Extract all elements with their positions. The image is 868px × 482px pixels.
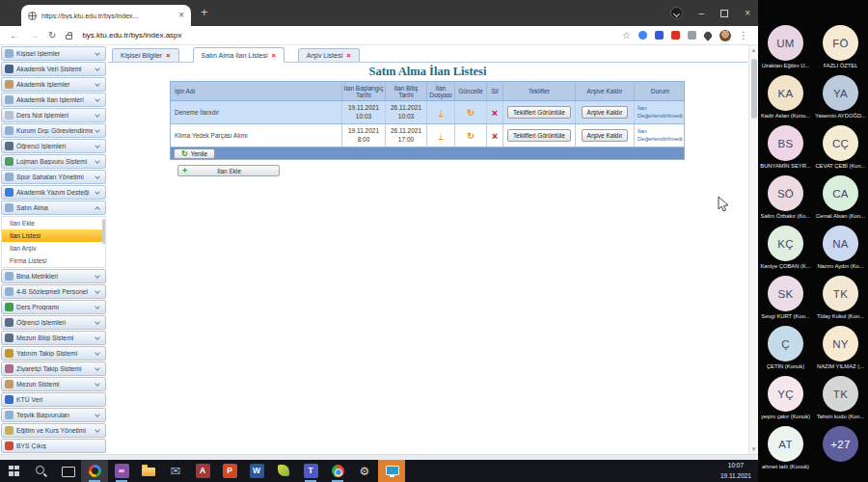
access-app-icon[interactable]: A [189, 460, 216, 482]
visual-studio-icon[interactable]: ∞ [108, 460, 135, 482]
participant-tile[interactable]: KA Kadir Aslan (Konu... [758, 75, 813, 125]
tab-close-icon[interactable]: × [346, 51, 350, 60]
sidebar-submenu-item[interactable]: İlan Ekle [2, 217, 105, 229]
sidebar-menu-item[interactable]: Eğitim ve Kurs Yönetimi [1, 423, 106, 438]
sway-app-icon[interactable] [270, 460, 297, 482]
sidebar-menu-item[interactable]: Mezun Bilgi Sistemi [1, 331, 106, 345]
download-icon[interactable]: ↓ [439, 131, 444, 140]
participant-tile[interactable]: BS BUNYAMİN SEYR... [758, 125, 813, 175]
extension-icon[interactable] [638, 31, 647, 40]
sidebar-menu-item[interactable]: Akademik Yazım Desteği [1, 185, 106, 200]
content-tab[interactable]: Arşiv Listesi × [298, 48, 360, 62]
sidebar-menu-item[interactable]: Kurum Dışı Görevlendirme [1, 123, 106, 138]
sidebar-menu-item[interactable]: Teşvik Başvuruları [1, 408, 106, 422]
tab-close-icon[interactable]: × [166, 51, 170, 60]
scroll-up-arrow[interactable]: ▲ [749, 45, 758, 55]
sidebar-submenu-item[interactable]: İlan Arşiv [2, 242, 105, 254]
close-button[interactable]: × [745, 9, 750, 18]
mail-app-icon[interactable]: ✉ [162, 460, 189, 482]
sidebar-menu-item[interactable]: Spor Sahaları Yönetimi [1, 170, 106, 184]
sidebar-menu-item[interactable]: Bina Metrikleri [1, 269, 106, 283]
download-icon[interactable]: ↓ [439, 108, 444, 117]
sidebar-menu-item[interactable]: KTÜ Veri [1, 392, 106, 407]
participant-tile[interactable]: NA Nazım Aydın (Ko... [813, 226, 868, 276]
settings-gear-icon[interactable]: ⚙ [351, 460, 378, 482]
content-tab[interactable]: Satın Alma İlan Listesi × [193, 47, 285, 63]
archive-button[interactable]: Arşive Kaldır [582, 106, 629, 119]
extension-icon[interactable] [655, 31, 664, 40]
update-icon[interactable]: ↻ [467, 108, 475, 118]
participant-tile[interactable]: Ç ÇETİN (Konuk) [758, 326, 813, 376]
screen-share-app-icon[interactable] [378, 460, 405, 482]
page-scrollbar[interactable]: ▲ ▼ [748, 45, 758, 454]
sidebar-menu-item[interactable]: Akademik İlan İşlemleri [1, 93, 106, 107]
address-bar[interactable]: bys.ktu.edu.tr/bys/index.aspx [82, 31, 181, 40]
sidebar-menu-item[interactable]: 4-B Sözleşmeli Personel [1, 284, 106, 299]
powerpoint-icon[interactable]: P [216, 460, 243, 482]
teams-icon[interactable]: T [297, 460, 324, 482]
pdf-extension-icon[interactable] [671, 31, 680, 40]
minimize-button[interactable]: – [699, 9, 705, 18]
tab-close-icon[interactable]: × [178, 11, 184, 20]
sidebar-menu-item[interactable]: Yatırım Takip Sistemi [1, 346, 106, 361]
browser-tab[interactable]: https://bys.ktu.edu.tr/bys/index... × [21, 5, 191, 26]
delete-icon[interactable]: × [492, 131, 498, 141]
back-button[interactable]: ← [10, 31, 19, 40]
sidebar-submenu-item[interactable]: İlan Listesi [2, 229, 105, 242]
participant-tile[interactable]: YA Yasemin AYDOĞD... [813, 75, 868, 125]
participant-tile[interactable]: TK Tülay Kukul (Kon... [813, 276, 868, 326]
sidebar-menu-item[interactable]: BYS Çıkış [1, 439, 106, 453]
participant-tile[interactable]: FÖ FAZLI ÖZTEL [813, 25, 868, 75]
add-announcement-button[interactable]: + İlan Ekle [177, 165, 280, 176]
chrome-icon[interactable] [324, 460, 351, 482]
content-tab[interactable]: Kişisel Bilgiler × [112, 48, 179, 62]
sidebar-menu-item[interactable]: Lojman Başvuru Sistemi [1, 154, 106, 169]
tab-close-icon[interactable]: × [271, 51, 275, 60]
view-offers-button[interactable]: Teklifleri Görüntüle [507, 106, 571, 119]
menu-kebab-icon[interactable]: ⋮ [739, 30, 748, 40]
extensions-pin-icon[interactable] [702, 30, 713, 40]
sidebar-menu-item[interactable]: Ziyaretçi Takip Sistemi [1, 362, 106, 376]
task-view-icon[interactable] [54, 460, 81, 482]
sidebar-menu-item[interactable]: Öğrenci İşlemleri [1, 139, 106, 153]
sidebar-menu-item[interactable]: Akademik Veri Sistemi [1, 62, 106, 76]
bookmark-star-icon[interactable]: ☆ [622, 30, 631, 40]
participant-tile[interactable]: NY NAZIM YILMAZ (... [813, 326, 868, 376]
participant-tile[interactable]: TK Tahsin kudu (Kon... [813, 376, 868, 426]
forward-button[interactable]: → [29, 31, 39, 40]
archive-button[interactable]: Arşive Kaldır [582, 129, 629, 142]
meeting-app-icon[interactable] [81, 460, 108, 482]
media-controls-button[interactable] [670, 7, 683, 19]
sidebar-submenu-item[interactable]: Firma Listesi [2, 254, 105, 267]
scrollbar-thumb[interactable] [751, 59, 757, 119]
participant-tile[interactable]: +27 [813, 426, 868, 476]
sidebar-menu-item[interactable]: Öğrenci İşlemleri [1, 315, 106, 330]
sidebar-menu-item[interactable]: Akademik İşlemler [1, 77, 106, 92]
view-offers-button[interactable]: Teklifleri Görüntüle [507, 129, 571, 142]
participant-tile[interactable]: KÇ Kaniye ÇOBAN (K... [758, 226, 813, 276]
reload-button[interactable]: ↻ [48, 31, 56, 40]
maximize-button[interactable] [720, 10, 728, 17]
taskbar-clock[interactable]: 10:07 19.11.2021 [720, 461, 751, 480]
sidebar-menu-item[interactable]: Ders Programı [1, 300, 106, 314]
start-button[interactable] [0, 460, 27, 482]
participant-tile[interactable]: CÇ CEVAT ÇEBİ (Kon... [813, 125, 868, 175]
word-icon[interactable]: W [243, 460, 270, 482]
file-explorer-icon[interactable] [135, 460, 162, 482]
participant-tile[interactable]: AT ahmet tatlı (Konuk) [758, 426, 813, 476]
sidebar-menu-item[interactable]: Ders Not İşlemleri [1, 108, 106, 122]
participant-tile[interactable]: UM Uzaktan Eğitim U... [758, 25, 813, 75]
participant-tile[interactable]: YÇ yeşim çakır (Konuk) [758, 376, 813, 426]
participant-tile[interactable]: SÖ Salim Özbakır (Ko... [758, 175, 813, 226]
new-tab-button[interactable]: + [201, 6, 208, 18]
update-icon[interactable]: ↻ [467, 131, 475, 141]
sidebar-menu-item[interactable]: Mezun Sistemi [1, 377, 106, 391]
sidebar-menu-item[interactable]: Kişisel İşlemler [1, 46, 106, 61]
participant-tile[interactable]: CA Cemal Alsan (Kon... [813, 175, 868, 226]
extension-icon[interactable] [688, 31, 696, 40]
profile-avatar[interactable] [719, 30, 731, 41]
lock-icon[interactable] [66, 35, 72, 40]
participant-tile[interactable]: SK Sevgi KURT (Kon... [758, 276, 813, 326]
scroll-down-arrow[interactable]: ▼ [749, 444, 758, 454]
sidebar-menu-item[interactable]: Satın Alma [1, 201, 106, 215]
